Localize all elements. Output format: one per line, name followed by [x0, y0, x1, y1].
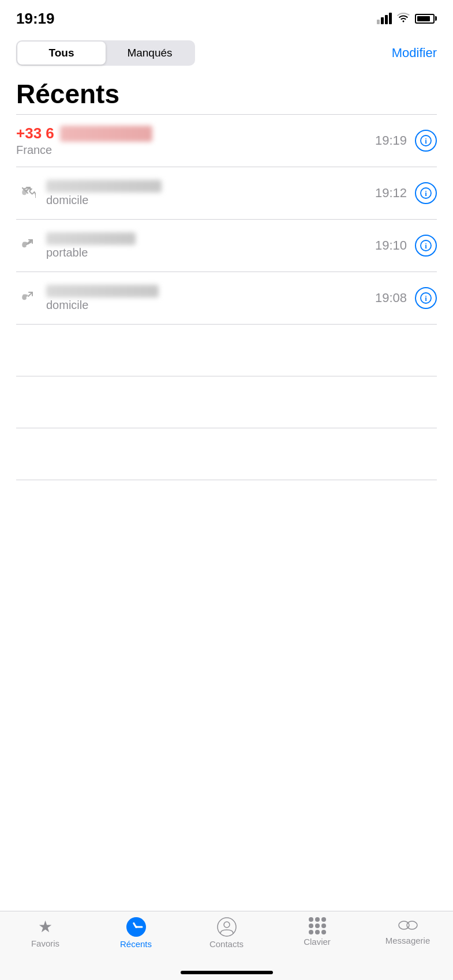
call-time: 19:10: [375, 238, 407, 253]
tab-bar: ★ Favoris Récents Contacts Clavier: [0, 911, 453, 980]
call-number-blurred: [46, 232, 136, 245]
call-right: 19:12 i: [375, 182, 437, 204]
call-item: domicile 19:12 i: [0, 167, 453, 219]
tab-recents[interactable]: Récents: [102, 917, 171, 949]
call-info: +33 6 France: [16, 125, 375, 157]
call-time: 19:12: [375, 186, 407, 201]
tab-favoris-label: Favoris: [31, 938, 59, 948]
tab-clavier-label: Clavier: [304, 937, 331, 947]
call-right: 19:10 i: [375, 235, 437, 257]
home-indicator: [181, 971, 273, 974]
call-sublabel: domicile: [46, 194, 375, 207]
wifi-icon: [396, 12, 410, 25]
svg-point-14: [399, 921, 409, 929]
call-right: 19:08 i: [375, 287, 437, 309]
page-title: Récents: [0, 71, 453, 114]
call-icon-area: [16, 238, 39, 254]
empty-row: [16, 325, 437, 376]
tab-recents-label: Récents: [120, 939, 152, 949]
call-sublabel: France: [16, 144, 375, 157]
status-time: 19:19: [16, 10, 55, 28]
call-right: 19:19 i: [375, 130, 437, 152]
call-item: domicile 19:08 i: [0, 272, 453, 324]
tab-messagerie-label: Messagerie: [385, 936, 430, 945]
star-icon: ★: [38, 917, 53, 936]
call-icon-area: [16, 290, 39, 306]
svg-text:i: i: [425, 189, 427, 198]
call-sublabel: portable: [46, 246, 375, 259]
battery-icon: [415, 14, 437, 24]
svg-text:i: i: [425, 242, 427, 250]
svg-line-9: [28, 292, 32, 296]
call-time: 19:19: [375, 133, 407, 148]
info-button[interactable]: i: [415, 287, 437, 309]
missed-call-icon: [20, 290, 36, 306]
empty-row: [16, 376, 437, 428]
segmented-container: Tous Manqués Modifier: [0, 35, 453, 71]
person-icon: [217, 917, 237, 937]
call-time: 19:08: [375, 291, 407, 306]
call-number-text: +33 6: [16, 125, 54, 142]
modifier-button[interactable]: Modifier: [392, 46, 437, 61]
tab-contacts-label: Contacts: [209, 939, 244, 949]
clock-icon: [126, 917, 146, 937]
missed-call-icon: [20, 185, 36, 201]
message-icon: [398, 917, 418, 933]
info-button[interactable]: i: [415, 235, 437, 257]
tab-clavier[interactable]: Clavier: [283, 917, 352, 947]
call-info: portable: [46, 232, 375, 259]
grid-icon: [309, 917, 326, 934]
tab-messagerie[interactable]: Messagerie: [373, 917, 443, 945]
svg-text:i: i: [425, 294, 427, 303]
signal-icon: [377, 13, 392, 24]
info-button[interactable]: i: [415, 130, 437, 152]
tab-contacts[interactable]: Contacts: [192, 917, 261, 949]
call-number-blurred: [46, 180, 162, 193]
tab-favoris[interactable]: ★ Favoris: [11, 917, 80, 948]
call-number-blurred: [46, 285, 159, 297]
call-info: domicile: [46, 285, 375, 312]
svg-point-13: [224, 922, 230, 928]
tab-tous[interactable]: Tous: [17, 42, 106, 65]
info-button[interactable]: i: [415, 182, 437, 204]
svg-point-15: [407, 921, 417, 929]
call-sublabel: domicile: [46, 299, 375, 312]
status-bar: 19:19: [0, 0, 453, 32]
call-number-blurred: [60, 126, 152, 142]
call-item: +33 6 France 19:19 i: [0, 115, 453, 167]
call-icon-area: [16, 185, 39, 201]
segmented-control: Tous Manqués: [16, 40, 195, 66]
call-info: domicile: [46, 180, 375, 207]
call-list: +33 6 France 19:19 i: [0, 115, 453, 480]
status-icons: [377, 12, 437, 25]
tab-manques[interactable]: Manqués: [106, 42, 194, 65]
missed-call-icon: [20, 238, 36, 254]
call-item: portable 19:10 i: [0, 220, 453, 272]
svg-text:i: i: [425, 137, 427, 145]
empty-row: [16, 428, 437, 480]
